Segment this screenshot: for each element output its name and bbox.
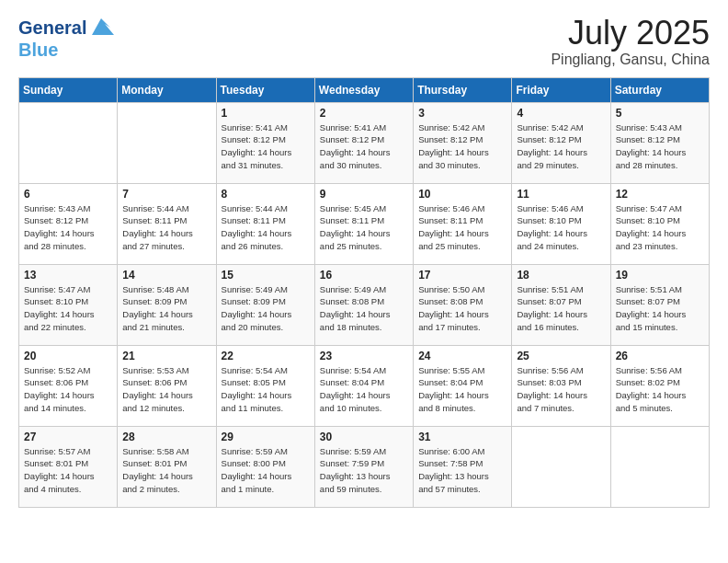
- day-info: Sunrise: 5:59 AM Sunset: 8:00 PM Dayligh…: [222, 445, 310, 496]
- day-info: Sunrise: 5:41 AM Sunset: 8:12 PM Dayligh…: [222, 121, 310, 172]
- header-friday: Friday: [512, 77, 610, 102]
- day-number: 27: [24, 431, 112, 443]
- logo-icon: [88, 15, 114, 40]
- header: General Blue July 2025 Pingliang, Gansu,…: [18, 15, 710, 68]
- day-info: Sunrise: 5:47 AM Sunset: 8:10 PM Dayligh…: [616, 202, 704, 253]
- day-number: 18: [517, 269, 605, 282]
- week-row-4: 27Sunrise: 5:57 AM Sunset: 8:01 PM Dayli…: [19, 426, 710, 507]
- logo: General Blue: [18, 15, 114, 59]
- day-info: Sunrise: 5:54 AM Sunset: 8:04 PM Dayligh…: [320, 364, 408, 415]
- table-row: 7Sunrise: 5:44 AM Sunset: 8:11 PM Daylig…: [118, 183, 216, 264]
- calendar-subtitle: Pingliang, Gansu, China: [551, 52, 710, 68]
- table-row: 29Sunrise: 5:59 AM Sunset: 8:00 PM Dayli…: [216, 426, 314, 507]
- calendar-body: 1Sunrise: 5:41 AM Sunset: 8:12 PM Daylig…: [19, 102, 710, 507]
- table-row: 18Sunrise: 5:51 AM Sunset: 8:07 PM Dayli…: [512, 264, 610, 345]
- table-row: 19Sunrise: 5:51 AM Sunset: 8:07 PM Dayli…: [610, 264, 709, 345]
- day-info: Sunrise: 5:43 AM Sunset: 8:12 PM Dayligh…: [616, 121, 704, 172]
- day-info: Sunrise: 5:50 AM Sunset: 8:08 PM Dayligh…: [418, 283, 506, 334]
- table-row: 20Sunrise: 5:52 AM Sunset: 8:06 PM Dayli…: [19, 345, 118, 426]
- table-row: 27Sunrise: 5:57 AM Sunset: 8:01 PM Dayli…: [19, 426, 118, 507]
- day-number: 8: [222, 188, 310, 201]
- table-row: 26Sunrise: 5:56 AM Sunset: 8:02 PM Dayli…: [610, 345, 709, 426]
- header-tuesday: Tuesday: [216, 77, 314, 102]
- day-number: 6: [24, 188, 112, 201]
- table-row: [512, 426, 610, 507]
- day-info: Sunrise: 5:51 AM Sunset: 8:07 PM Dayligh…: [517, 283, 605, 334]
- calendar-header: Sunday Monday Tuesday Wednesday Thursday…: [19, 77, 710, 102]
- table-row: 3Sunrise: 5:42 AM Sunset: 8:12 PM Daylig…: [414, 102, 512, 183]
- day-number: 13: [24, 269, 112, 282]
- calendar-page: General Blue July 2025 Pingliang, Gansu,…: [0, 0, 728, 523]
- header-monday: Monday: [118, 77, 216, 102]
- day-info: Sunrise: 5:58 AM Sunset: 8:01 PM Dayligh…: [122, 445, 210, 496]
- day-number: 2: [320, 107, 408, 120]
- day-number: 25: [517, 350, 605, 362]
- day-number: 14: [122, 269, 210, 282]
- day-number: 9: [320, 188, 408, 201]
- table-row: 25Sunrise: 5:56 AM Sunset: 8:03 PM Dayli…: [512, 345, 610, 426]
- table-row: 12Sunrise: 5:47 AM Sunset: 8:10 PM Dayli…: [610, 183, 709, 264]
- day-info: Sunrise: 5:46 AM Sunset: 8:11 PM Dayligh…: [418, 202, 506, 253]
- table-row: 21Sunrise: 5:53 AM Sunset: 8:06 PM Dayli…: [118, 345, 216, 426]
- table-row: 9Sunrise: 5:45 AM Sunset: 8:11 PM Daylig…: [314, 183, 413, 264]
- day-info: Sunrise: 5:41 AM Sunset: 8:12 PM Dayligh…: [320, 121, 408, 172]
- day-number: 28: [122, 431, 210, 443]
- table-row: [118, 102, 216, 183]
- day-info: Sunrise: 5:44 AM Sunset: 8:11 PM Dayligh…: [222, 202, 310, 253]
- table-row: 28Sunrise: 5:58 AM Sunset: 8:01 PM Dayli…: [118, 426, 216, 507]
- day-number: 22: [222, 350, 310, 362]
- day-number: 21: [122, 350, 210, 362]
- table-row: 30Sunrise: 5:59 AM Sunset: 7:59 PM Dayli…: [314, 426, 413, 507]
- day-number: 5: [616, 107, 704, 120]
- table-row: 1Sunrise: 5:41 AM Sunset: 8:12 PM Daylig…: [216, 102, 314, 183]
- day-number: 10: [418, 188, 506, 201]
- header-wednesday: Wednesday: [314, 77, 413, 102]
- header-saturday: Saturday: [610, 77, 709, 102]
- header-sunday: Sunday: [19, 77, 118, 102]
- table-row: 24Sunrise: 5:55 AM Sunset: 8:04 PM Dayli…: [414, 345, 512, 426]
- table-row: 6Sunrise: 5:43 AM Sunset: 8:12 PM Daylig…: [19, 183, 118, 264]
- table-row: 16Sunrise: 5:49 AM Sunset: 8:08 PM Dayli…: [314, 264, 413, 345]
- day-number: 19: [616, 269, 704, 282]
- day-info: Sunrise: 5:44 AM Sunset: 8:11 PM Dayligh…: [122, 202, 210, 253]
- logo-text: General: [18, 17, 86, 38]
- day-number: 20: [24, 350, 112, 362]
- table-row: 15Sunrise: 5:49 AM Sunset: 8:09 PM Dayli…: [216, 264, 314, 345]
- day-number: 15: [222, 269, 310, 282]
- day-info: Sunrise: 5:51 AM Sunset: 8:07 PM Dayligh…: [616, 283, 704, 334]
- table-row: 23Sunrise: 5:54 AM Sunset: 8:04 PM Dayli…: [314, 345, 413, 426]
- table-row: 22Sunrise: 5:54 AM Sunset: 8:05 PM Dayli…: [216, 345, 314, 426]
- day-number: 4: [517, 107, 605, 120]
- week-row-0: 1Sunrise: 5:41 AM Sunset: 8:12 PM Daylig…: [19, 102, 710, 183]
- svg-marker-0: [92, 18, 114, 35]
- day-number: 29: [222, 431, 310, 443]
- day-info: Sunrise: 5:49 AM Sunset: 8:08 PM Dayligh…: [320, 283, 408, 334]
- day-number: 23: [320, 350, 408, 362]
- day-info: Sunrise: 5:54 AM Sunset: 8:05 PM Dayligh…: [222, 364, 310, 415]
- calendar-title: July 2025: [551, 15, 710, 52]
- table-row: 10Sunrise: 5:46 AM Sunset: 8:11 PM Dayli…: [414, 183, 512, 264]
- day-info: Sunrise: 5:48 AM Sunset: 8:09 PM Dayligh…: [122, 283, 210, 334]
- table-row: 31Sunrise: 6:00 AM Sunset: 7:58 PM Dayli…: [414, 426, 512, 507]
- day-number: 16: [320, 269, 408, 282]
- table-row: 4Sunrise: 5:42 AM Sunset: 8:12 PM Daylig…: [512, 102, 610, 183]
- calendar-table: Sunday Monday Tuesday Wednesday Thursday…: [18, 77, 710, 508]
- week-row-2: 13Sunrise: 5:47 AM Sunset: 8:10 PM Dayli…: [19, 264, 710, 345]
- week-row-1: 6Sunrise: 5:43 AM Sunset: 8:12 PM Daylig…: [19, 183, 710, 264]
- day-number: 31: [418, 431, 506, 443]
- day-number: 24: [418, 350, 506, 362]
- table-row: 13Sunrise: 5:47 AM Sunset: 8:10 PM Dayli…: [19, 264, 118, 345]
- day-info: Sunrise: 5:45 AM Sunset: 8:11 PM Dayligh…: [320, 202, 408, 253]
- day-info: Sunrise: 5:55 AM Sunset: 8:04 PM Dayligh…: [418, 364, 506, 415]
- day-info: Sunrise: 5:56 AM Sunset: 8:03 PM Dayligh…: [517, 364, 605, 415]
- day-number: 12: [616, 188, 704, 201]
- day-number: 17: [418, 269, 506, 282]
- table-row: 8Sunrise: 5:44 AM Sunset: 8:11 PM Daylig…: [216, 183, 314, 264]
- day-info: Sunrise: 5:52 AM Sunset: 8:06 PM Dayligh…: [24, 364, 112, 415]
- day-number: 11: [517, 188, 605, 201]
- day-number: 30: [320, 431, 408, 443]
- table-row: 14Sunrise: 5:48 AM Sunset: 8:09 PM Dayli…: [118, 264, 216, 345]
- day-info: Sunrise: 5:57 AM Sunset: 8:01 PM Dayligh…: [24, 445, 112, 496]
- day-number: 7: [122, 188, 210, 201]
- day-number: 26: [616, 350, 704, 362]
